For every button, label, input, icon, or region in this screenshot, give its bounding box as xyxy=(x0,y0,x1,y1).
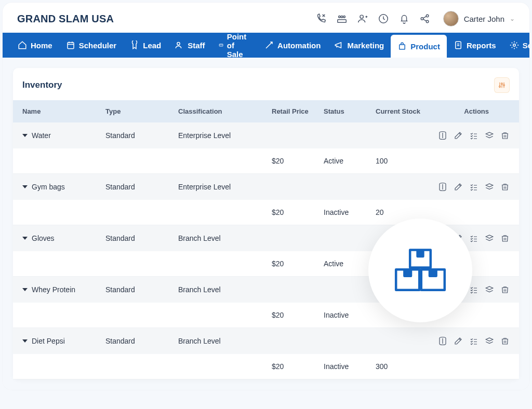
row-type: Standard xyxy=(105,234,178,242)
card-header: Inventory xyxy=(13,77,519,100)
clock-icon[interactable] xyxy=(378,13,389,24)
nav-label: Setup xyxy=(523,41,529,50)
add-user-icon[interactable] xyxy=(357,13,368,24)
row-classification: Branch Level xyxy=(178,337,272,345)
name-cell: Diet Pepsi xyxy=(22,337,105,345)
filter-button[interactable] xyxy=(494,77,510,93)
nav-marketing[interactable]: Marketing xyxy=(327,33,391,58)
nav-pos[interactable]: Point of Sale xyxy=(212,33,258,58)
svg-point-4 xyxy=(360,15,363,18)
table-subrow: $20Inactive300 xyxy=(13,354,519,379)
trash-icon[interactable] xyxy=(500,182,510,192)
nav-setup[interactable]: Setup xyxy=(503,33,529,58)
svg-point-17 xyxy=(503,85,505,86)
header-toolbar: Carter John ⌄ xyxy=(315,11,515,26)
checklist-icon[interactable] xyxy=(469,285,478,294)
row-retail: $20 xyxy=(272,260,324,268)
svg-rect-3 xyxy=(337,20,346,23)
col-classification: Classification xyxy=(178,107,272,115)
edit-icon[interactable] xyxy=(454,131,463,140)
nav-home[interactable]: Home xyxy=(11,33,59,58)
layers-icon[interactable] xyxy=(485,234,494,243)
nav-label: Lead xyxy=(143,41,161,50)
expand-toggle[interactable] xyxy=(22,237,28,240)
col-status: Status xyxy=(324,107,376,115)
layers-icon[interactable] xyxy=(485,131,494,140)
share-icon[interactable] xyxy=(419,13,431,24)
inventory-card: Inventory Name Type Classification Retai… xyxy=(13,68,519,379)
name-cell: Water xyxy=(22,131,105,140)
layers-icon[interactable] xyxy=(485,336,494,346)
row-type: Standard xyxy=(105,337,178,345)
boxes-icon xyxy=(392,247,449,294)
main-nav: Home Scheduler Lead Staff Point of Sale … xyxy=(3,33,529,58)
group-icon[interactable] xyxy=(336,13,348,24)
row-status: Inactive xyxy=(324,362,376,371)
nav-reports[interactable]: Reports xyxy=(447,33,503,58)
layers-icon[interactable] xyxy=(485,182,494,192)
checklist-icon[interactable] xyxy=(469,182,478,192)
bell-icon[interactable] xyxy=(398,13,410,24)
nav-label: Marketing xyxy=(347,41,384,50)
chevron-down-icon: ⌄ xyxy=(510,15,515,22)
row-retail: $20 xyxy=(272,362,324,371)
nav-lead[interactable]: Lead xyxy=(123,33,168,58)
row-retail: $20 xyxy=(272,157,324,165)
book-icon[interactable] xyxy=(438,336,447,346)
edit-icon[interactable] xyxy=(454,336,463,346)
row-classification: Enterprise Level xyxy=(178,183,272,191)
app-window: GRAND SLAM USA Carter John xyxy=(3,3,529,390)
edit-icon[interactable] xyxy=(454,182,463,192)
trash-icon[interactable] xyxy=(500,336,510,346)
row-stock: 100 xyxy=(376,157,438,165)
row-name: Diet Pepsi xyxy=(32,337,65,345)
row-type: Standard xyxy=(105,131,178,140)
phone-icon[interactable] xyxy=(315,13,327,24)
sliders-icon xyxy=(498,81,506,89)
row-name: Gloves xyxy=(32,234,55,242)
nav-label: Home xyxy=(31,41,52,50)
svg-rect-12 xyxy=(400,45,405,49)
svg-point-0 xyxy=(338,16,340,18)
row-status: Active xyxy=(324,157,376,165)
user-menu[interactable]: Carter John ⌄ xyxy=(443,11,515,26)
nav-label: Point of Sale xyxy=(227,32,251,59)
book-icon[interactable] xyxy=(438,131,447,140)
table-subrow: $20Inactive20 xyxy=(13,200,519,225)
svg-point-1 xyxy=(341,16,343,18)
checklist-icon[interactable] xyxy=(469,131,478,140)
trash-icon[interactable] xyxy=(500,234,510,243)
row-stock: 20 xyxy=(376,208,438,216)
nav-scheduler[interactable]: Scheduler xyxy=(59,33,124,58)
trash-icon[interactable] xyxy=(500,131,510,140)
row-classification: Enterprise Level xyxy=(178,131,272,140)
layers-icon[interactable] xyxy=(485,285,494,294)
svg-point-10 xyxy=(177,42,180,45)
nav-label: Staff xyxy=(188,41,205,50)
col-type: Type xyxy=(105,107,178,115)
book-icon[interactable] xyxy=(438,182,447,192)
col-retail: Retail Price xyxy=(272,107,324,115)
actions-cell xyxy=(438,131,512,140)
nav-label: Reports xyxy=(467,41,496,50)
checklist-icon[interactable] xyxy=(469,336,478,346)
expand-toggle[interactable] xyxy=(22,185,28,188)
expand-toggle[interactable] xyxy=(22,288,28,291)
col-stock: Current Stock xyxy=(376,107,438,115)
nav-product[interactable]: Product xyxy=(391,35,447,58)
trash-icon[interactable] xyxy=(500,285,510,294)
checklist-icon[interactable] xyxy=(469,234,478,243)
expand-toggle[interactable] xyxy=(22,339,28,343)
table-row: Diet PepsiStandardBranch Level xyxy=(13,328,519,354)
actions-cell xyxy=(438,336,512,346)
row-name: Whey Protein xyxy=(32,285,75,294)
expand-toggle[interactable] xyxy=(22,134,28,137)
svg-point-14 xyxy=(513,44,515,47)
table-header: Name Type Classification Retail Price St… xyxy=(13,100,519,122)
nav-staff[interactable]: Staff xyxy=(168,33,211,58)
avatar xyxy=(443,11,459,26)
svg-rect-9 xyxy=(68,43,74,49)
nav-automation[interactable]: Automation xyxy=(258,33,327,58)
content-area: Inventory Name Type Classification Retai… xyxy=(3,58,529,390)
table-row: Gym bagsStandardEnterprise Level xyxy=(13,174,519,200)
